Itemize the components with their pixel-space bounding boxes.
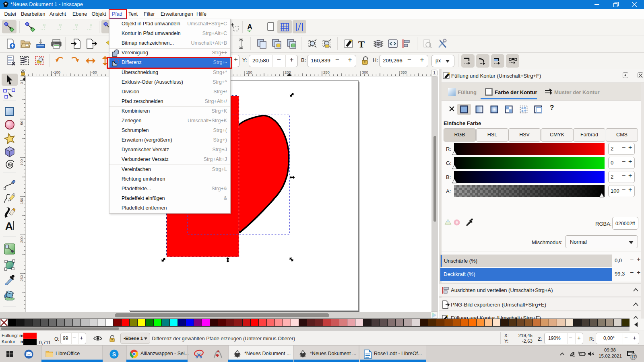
svg-text:250: 250 <box>323 70 330 74</box>
svg-text:S: S <box>112 351 116 358</box>
svg-text:300: 300 <box>362 70 368 74</box>
svg-text:150: 150 <box>19 198 24 204</box>
svg-text:-50: -50 <box>91 70 97 74</box>
svg-text:100: 100 <box>19 159 24 166</box>
svg-text:0: 0 <box>19 82 24 84</box>
svg-text:-100: -100 <box>53 70 60 74</box>
svg-text:200: 200 <box>285 70 291 74</box>
svg-text:200: 200 <box>19 237 24 243</box>
svg-text:250: 250 <box>19 275 24 282</box>
svg-text:350: 350 <box>400 70 407 74</box>
svg-text:A: A <box>247 23 252 31</box>
svg-text:50: 50 <box>19 121 24 125</box>
svg-text:150: 150 <box>246 70 252 74</box>
